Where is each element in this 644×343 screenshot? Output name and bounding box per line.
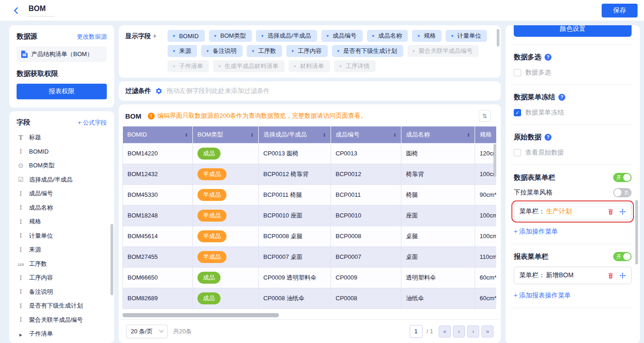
- toggle-knob: [623, 253, 631, 260]
- page-size-select[interactable]: 20 条/页: [126, 325, 168, 338]
- field-chip-disabled[interactable]: ▼材料清单: [289, 60, 330, 72]
- help-icon[interactable]: ?: [545, 134, 551, 141]
- column-header[interactable]: 规格: [475, 126, 497, 143]
- sort-arrows-icon[interactable]: ▲▼: [323, 132, 326, 137]
- field-item[interactable]: 规格: [17, 215, 107, 229]
- table-menu-toggle-on[interactable]: 开: [613, 173, 632, 182]
- table-vertical-scrollbar[interactable]: [493, 144, 496, 177]
- prev-page-button[interactable]: ‹: [453, 326, 465, 337]
- column-header[interactable]: 选择成品/半成品▲▼: [259, 126, 331, 143]
- field-item[interactable]: 计量单位: [17, 229, 107, 243]
- fields-scrollbar[interactable]: [110, 224, 113, 295]
- table-row[interactable]: BOM45330 半成品 BCP0011 椅腿BCP0011椅腿90cm*9: [123, 184, 497, 205]
- table-row[interactable]: BOM14220 成品 CP0013 圆椅CP0013圆椅120cm*: [123, 143, 497, 164]
- field-item[interactable]: BOM类型: [17, 159, 107, 173]
- checkbox-unchecked[interactable]: [514, 69, 521, 76]
- report-menu-item[interactable]: 菜单栏： 新增BOM: [514, 267, 632, 284]
- datasource-item[interactable]: 产品结构清单（BOM）: [17, 46, 107, 62]
- save-button[interactable]: 保存: [602, 4, 638, 17]
- move-icon[interactable]: [619, 208, 626, 215]
- chip-label: BOM类型: [220, 32, 246, 40]
- checkbox-label: 数据菜单冻结: [525, 109, 564, 117]
- table-row[interactable]: BOM18248 半成品 BCP0010 座面BCP0010座面100cm*: [123, 205, 497, 226]
- field-item[interactable]: 选择成品/半成品: [17, 173, 107, 187]
- type-badge: 半成品: [197, 230, 226, 242]
- column-header[interactable]: 成品编号▲▼: [331, 126, 401, 143]
- field-chip[interactable]: ▼规格: [412, 30, 441, 42]
- trash-icon[interactable]: [607, 272, 614, 279]
- field-item[interactable]: 来源: [17, 243, 107, 257]
- chevron-down-icon: [159, 328, 164, 333]
- field-label: 是否有下级生成计划: [29, 302, 83, 310]
- sort-arrows-icon[interactable]: ▲▼: [185, 132, 188, 137]
- checkbox-checked[interactable]: ✓: [514, 109, 521, 116]
- field-chip-disabled[interactable]: ▼工序详情: [334, 60, 376, 72]
- add-action-menu-link[interactable]: + 添加操作菜单: [514, 228, 632, 236]
- field-chip-disabled[interactable]: ▼子件清单: [168, 60, 209, 72]
- dropdown-style-toggle-off[interactable]: 关: [613, 188, 632, 197]
- table-horizontal-scrollbar[interactable]: [122, 313, 496, 317]
- field-chip-disabled[interactable]: ▼聚合关联半成品编号: [407, 45, 479, 57]
- field-chip[interactable]: ▼工序内容: [286, 45, 328, 57]
- table-sort-button[interactable]: ⇅: [479, 110, 491, 122]
- text-field-icon: [17, 232, 25, 239]
- last-page-button[interactable]: »: [482, 326, 493, 337]
- column-header[interactable]: BOMID▲▼: [123, 126, 193, 143]
- sort-arrows-icon[interactable]: ▲▼: [394, 132, 396, 137]
- table-menu-item-highlighted[interactable]: 菜单栏： 生产计划: [514, 203, 632, 220]
- field-item[interactable]: 工序内容: [17, 271, 107, 285]
- field-item[interactable]: 标题: [17, 131, 107, 145]
- field-item[interactable]: 是否有下级生成计划: [17, 299, 107, 313]
- change-datasource-link[interactable]: 更改数据源: [77, 33, 107, 41]
- field-item[interactable]: 成品编号: [17, 187, 107, 201]
- table-row[interactable]: BOM12432 半成品 BCP0012 椅靠背BCP0012椅靠背100cm*: [123, 164, 497, 184]
- field-chip[interactable]: ▼BOM类型: [209, 30, 252, 42]
- checkbox-unchecked[interactable]: [514, 149, 521, 156]
- filter-dropzone-placeholder[interactable]: 拖动左侧字段到此处来添加过滤条件: [167, 87, 270, 95]
- help-icon[interactable]: ?: [545, 54, 551, 61]
- menu-freeze-checkbox-row[interactable]: ✓ 数据菜单冻结: [514, 109, 632, 117]
- chips-scrollbar[interactable]: [497, 29, 499, 46]
- field-item[interactable]: 子件清单: [17, 327, 107, 341]
- table-row[interactable]: BOM27455 半成品 BCP0007 桌面BCP0007桌面110cm*: [123, 246, 497, 267]
- field-chip[interactable]: ▼计量单位: [446, 30, 487, 42]
- current-page-input[interactable]: 1: [410, 325, 423, 338]
- field-item[interactable]: 聚合关联半成品编号: [17, 313, 107, 327]
- field-chip[interactable]: ▼成品编号: [321, 30, 363, 42]
- field-item[interactable]: 备注说明: [17, 285, 107, 299]
- move-icon[interactable]: [619, 272, 626, 279]
- field-chip[interactable]: ▼BOMID: [168, 30, 205, 42]
- field-chip-disabled[interactable]: ▼生成半成品材料清单: [213, 60, 284, 72]
- first-page-button[interactable]: «: [439, 326, 451, 337]
- color-settings-button[interactable]: 颜色设置: [514, 25, 632, 37]
- field-chip[interactable]: ▼来源: [168, 45, 197, 57]
- help-icon[interactable]: ?: [558, 94, 565, 101]
- table-row[interactable]: BOM66650 成品 CP0009 透明塑料伞CP0009透明塑料伞60cm*…: [123, 267, 497, 288]
- raw-data-checkbox-row[interactable]: 查看原始数据: [514, 149, 632, 157]
- gear-icon[interactable]: [155, 87, 162, 95]
- sort-arrows-icon[interactable]: ▲▼: [251, 132, 254, 137]
- report-menu-toggle-on[interactable]: 开: [613, 252, 632, 261]
- add-display-field-button[interactable]: +: [153, 32, 157, 40]
- settings-scrollbar[interactable]: [635, 200, 638, 264]
- field-chip[interactable]: ▼备注说明: [201, 45, 243, 57]
- add-report-action-menu-link[interactable]: + 添加报表操作菜单: [514, 292, 632, 300]
- multi-select-checkbox-row[interactable]: 数据多选: [514, 69, 632, 77]
- sort-arrows-icon[interactable]: ▲▼: [467, 132, 470, 137]
- field-chip[interactable]: ▼选择成品/半成品: [256, 30, 317, 42]
- field-chip[interactable]: ▼成品名称: [367, 30, 408, 42]
- add-formula-field-link[interactable]: + 公式字段: [78, 119, 107, 127]
- table-row[interactable]: BOM82689 成品 CP0008 油纸伞CP0008油纸伞60cm*6: [123, 288, 497, 309]
- trash-icon[interactable]: [607, 208, 614, 215]
- column-header[interactable]: 成品名称▲▼: [401, 126, 475, 143]
- table-row[interactable]: BOM45614 半成品 BCP0008 桌腿BCP0008桌腿100cm*: [123, 226, 497, 246]
- field-chip[interactable]: ▼工序数: [247, 45, 282, 57]
- column-header[interactable]: BOM类型▲▼: [193, 126, 259, 143]
- field-item[interactable]: BOMID: [17, 145, 107, 159]
- report-permission-button[interactable]: 报表权限: [17, 84, 107, 99]
- back-button[interactable]: [10, 5, 22, 17]
- field-chip[interactable]: ▼是否有下级生成计划: [332, 45, 403, 57]
- field-item[interactable]: 成品名称: [17, 201, 107, 215]
- field-item[interactable]: 工序数: [17, 257, 107, 271]
- next-page-button[interactable]: ›: [467, 326, 479, 337]
